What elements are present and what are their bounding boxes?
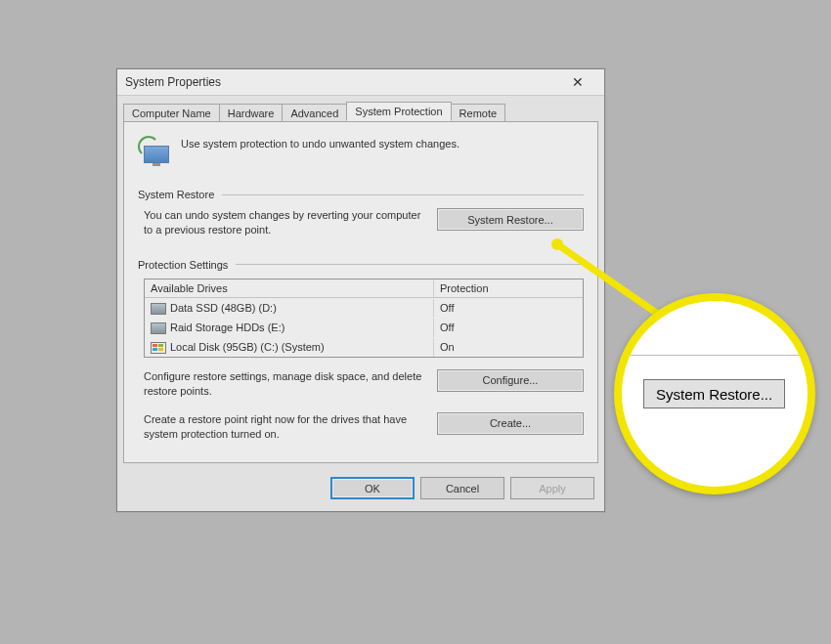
system-restore-title: System Restore — [138, 189, 214, 200]
apply-button: Apply — [510, 477, 594, 499]
system-protection-icon — [138, 136, 171, 169]
protection-settings-title: Protection Settings — [138, 259, 228, 271]
window-title: System Properties — [125, 75, 559, 89]
windows-disk-icon — [151, 342, 166, 354]
configure-button[interactable]: Configure... — [437, 369, 584, 392]
drive-name: Data SSD (48GB) (D:) — [170, 302, 277, 314]
system-restore-button[interactable]: System Restore... — [437, 208, 584, 231]
cancel-button[interactable]: Cancel — [420, 477, 504, 499]
ok-button[interactable]: OK — [330, 477, 415, 499]
dialog-button-row: OK Cancel Apply — [117, 469, 604, 511]
tab-hardware[interactable]: Hardware — [219, 104, 284, 122]
drive-name: Local Disk (95GB) (C:) (System) — [170, 341, 325, 353]
tab-strip: Computer Name Hardware Advanced System P… — [117, 96, 604, 121]
title-bar: System Properties ✕ — [117, 69, 604, 96]
tab-advanced[interactable]: Advanced — [282, 104, 347, 122]
drives-header-protection: Protection — [434, 279, 583, 297]
drive-protection: Off — [434, 319, 583, 337]
drives-list: Available Drives Protection Data SSD (48… — [144, 279, 584, 358]
divider — [222, 194, 584, 195]
tab-computer-name[interactable]: Computer Name — [123, 104, 220, 122]
close-icon: ✕ — [572, 75, 584, 89]
intro-text: Use system protection to undo unwanted s… — [181, 136, 459, 150]
hdd-icon — [151, 322, 166, 334]
drive-row[interactable]: Local Disk (95GB) (C:) (System) On — [145, 337, 583, 357]
drive-protection: On — [434, 338, 583, 357]
tab-remote[interactable]: Remote — [451, 104, 506, 122]
section-protection-settings: Protection Settings Available Drives Pro… — [138, 259, 584, 442]
create-desc: Create a restore point right now for the… — [144, 412, 427, 442]
tab-panel-system-protection: Use system protection to undo unwanted s… — [123, 121, 598, 463]
section-system-restore: System Restore You can undo system chang… — [138, 189, 584, 237]
close-button[interactable]: ✕ — [559, 72, 596, 92]
divider — [236, 264, 584, 265]
magnifier-callout: System Restore... — [614, 293, 815, 494]
drive-name: Raid Storage HDDs (E:) — [170, 322, 284, 333]
configure-desc: Configure restore settings, manage disk … — [144, 369, 427, 399]
hdd-icon — [151, 303, 166, 315]
drive-protection: Off — [434, 299, 583, 318]
create-button[interactable]: Create... — [437, 412, 584, 435]
drives-header-available: Available Drives — [145, 279, 434, 297]
magnified-system-restore-button: System Restore... — [643, 379, 785, 408]
drive-row[interactable]: Raid Storage HDDs (E:) Off — [145, 318, 583, 337]
system-restore-desc: You can undo system changes by reverting… — [144, 208, 427, 237]
tab-system-protection[interactable]: System Protection — [346, 102, 451, 121]
drive-row[interactable]: Data SSD (48GB) (D:) Off — [145, 298, 583, 318]
intro-row: Use system protection to undo unwanted s… — [138, 132, 584, 171]
system-properties-dialog: System Properties ✕ Computer Name Hardwa… — [116, 68, 605, 512]
